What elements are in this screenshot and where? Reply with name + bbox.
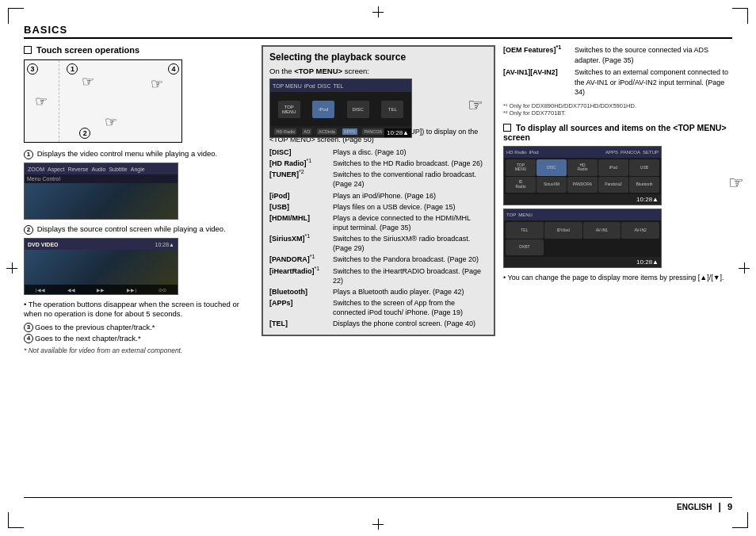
operation-bullet: • The operation buttons disappear when t…	[24, 300, 254, 320]
on-top-menu-text: On the <TOP MENU> screen:	[269, 67, 487, 75]
left-footnote: * Not available for video from an extern…	[24, 346, 254, 354]
desc-2: 2 Displays the source control screen whi…	[24, 224, 254, 235]
menu-icon-ipod: iPod	[312, 101, 334, 118]
playback-box: Selecting the playback source On the <TO…	[262, 45, 495, 336]
right-screen-wrapper-2: TOP MENU TEL IDVdvd AV-IN1 AV-IN2 DXBT 1…	[503, 209, 732, 268]
cross-top	[372, 6, 384, 17]
r-menu-bar-2: TOP MENU	[504, 209, 661, 220]
source-tuner: [TUNER]*2 Switches to the conventional r…	[269, 170, 487, 189]
source-usb: [USB] Plays files on a USB device. (Page…	[269, 202, 487, 212]
menu-icon-tel: TEL	[381, 101, 403, 118]
oem-section: [OEM Features]*1 Switches to the source …	[503, 45, 732, 98]
top-menu-screen: TOP MENU iPod DISC TEL TOPMENU iPod DISC…	[269, 78, 412, 138]
corner-mark-bl	[8, 512, 24, 528]
cross-left	[6, 262, 17, 274]
right-section-header: To display all sources and items on the …	[503, 123, 732, 142]
page-footer: ENGLISH | 9	[24, 497, 732, 512]
source-pandora: [PANDORA]*1 Switches to the Pandora broa…	[269, 255, 487, 264]
sim-bar-2: DVD VIDEO 10:28▲	[25, 239, 178, 250]
corner-mark-tr	[732, 8, 748, 24]
zone-num-4: 4	[168, 63, 179, 75]
touch-screen-section-title: Touch screen operations	[24, 45, 254, 55]
av-in-item: [AV-IN1][AV-IN2] Switches to an external…	[503, 67, 732, 98]
page-number: 9	[727, 502, 732, 511]
hand-pointer-right-1: ☞	[728, 173, 744, 193]
screen-sim-2: DVD VIDEO 10:28▲ |◀◀ ◀◀ ▶▶ ▶▶| ⊙⊙	[24, 238, 178, 295]
menu-bar: TOP MENU iPod DISC TEL	[270, 79, 411, 92]
right-screen-1: HD Rsdio iPod APPS PANCOA SETUP TOPMENU …	[503, 146, 662, 205]
r-menu-bar-1: HD Rsdio iPod APPS PANCOA SETUP	[504, 147, 661, 158]
can-change-text: • You can change the page to display mor…	[503, 273, 732, 283]
sim-img-1: ▷MENU T-MENU Highlight CLR	[25, 183, 178, 220]
source-iheartradio: [iHeartRadio]*1 Switches to the iHeartRA…	[269, 266, 487, 285]
middle-column: Selecting the playback source On the <TO…	[262, 45, 495, 354]
desc-4: 4 Goes to the next chapter/track.*	[24, 334, 254, 343]
page-info: ENGLISH | 9	[677, 501, 732, 512]
right-footnotes: *¹ Only for DDX890HD/DDX7701HD/DDX5901HD…	[503, 102, 732, 117]
screen-sim-1: ZOOM Aspect Reverse Audio Subtitle Angle…	[24, 163, 178, 220]
language-label: ENGLISH	[677, 503, 712, 511]
source-ipod: [iPod] Plays an iPod/iPhone. (Page 16)	[269, 191, 487, 201]
desc-1: 1 Displays the video control menu while …	[24, 149, 254, 159]
source-hdmi: [HDMI/MHL] Plays a device connected to t…	[269, 213, 487, 232]
source-disc: [DISC] Plays a disc. (Page 10)	[269, 147, 487, 157]
right-column: [OEM Features]*1 Switches to the source …	[503, 45, 732, 354]
left-column: Touch screen operations ☞ ☞	[24, 45, 254, 354]
source-list: [DISC] Plays a disc. (Page 10) [HD Radio…	[269, 147, 487, 328]
checkbox-icon	[24, 46, 32, 54]
checkbox-icon-right	[503, 124, 511, 132]
sim-img-2: |◀◀ ◀◀ ▶▶ ▶▶| ⊙⊙	[25, 250, 178, 294]
right-screen-wrapper-1: HD Rsdio iPod APPS PANCOA SETUP TOPMENU …	[503, 146, 732, 205]
source-apps: [APPs] Switches to the screen of App fro…	[269, 298, 487, 317]
oem-features-item: [OEM Features]*1 Switches to the source …	[503, 45, 732, 65]
touch-diagram: ☞ ☞ ☞ ☞	[24, 59, 182, 143]
r-bottom-1: 10:28▲	[504, 194, 661, 205]
corner-mark-tl	[8, 8, 24, 24]
menu-icons: TOPMENU iPod DISC TEL	[270, 92, 411, 126]
menu-icon-disc: DISC	[347, 101, 369, 118]
zone-num-3: 3	[27, 63, 38, 75]
source-tel: [TEL] Displays the phone control screen.…	[269, 319, 487, 328]
sim-bar-1: ZOOM Aspect Reverse Audio Subtitle Angle	[25, 163, 178, 174]
r-grid-1: TOPMENU DISC HDRadio iPod USB IDRadio Si…	[504, 158, 661, 194]
playback-box-title: Selecting the playback source	[269, 52, 487, 63]
basics-header: BASICS	[24, 24, 732, 39]
right-screen-2: TOP MENU TEL IDVdvd AV-IN1 AV-IN2 DXBT 1…	[503, 209, 662, 268]
footer-divider: |	[719, 501, 721, 512]
menu-icon-topmenu: TOPMENU	[278, 101, 300, 118]
time-bar: 10:28▲	[384, 128, 411, 137]
source-siriusxm: [SiriusXM]*1 Switches to the SiriusXM® r…	[269, 234, 487, 253]
r-grid-2: TEL IDVdvd AV-IN1 AV-IN2 DXBT	[504, 220, 661, 257]
r-bottom-2: 10:28▲	[504, 257, 661, 267]
cross-bottom	[372, 519, 384, 530]
source-hdradio: [HD Radio]*1 Switches to the HD Radio br…	[269, 159, 487, 168]
source-bluetooth: [Bluetooth] Plays a Bluetooth audio play…	[269, 287, 487, 297]
desc-3: 3 Goes to the previous chapter/track.*	[24, 323, 254, 332]
sim-bottom-bar-2: |◀◀ ◀◀ ▶▶ ▶▶| ⊙⊙	[25, 285, 178, 294]
corner-mark-br	[732, 512, 748, 528]
cross-right	[739, 262, 750, 274]
